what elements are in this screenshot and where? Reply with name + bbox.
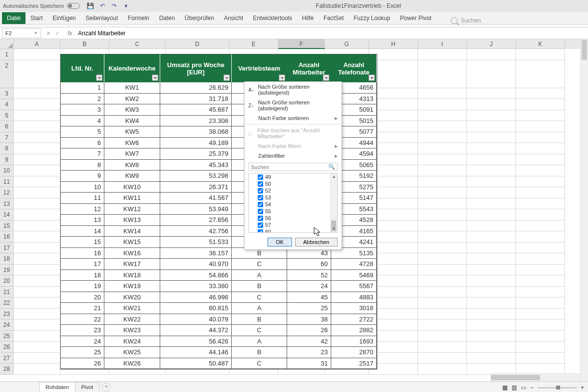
tab-hilfe[interactable]: Hilfe xyxy=(297,12,318,24)
table-cell[interactable]: KW16 xyxy=(104,248,160,259)
cell[interactable] xyxy=(418,275,467,287)
cell[interactable] xyxy=(467,220,516,232)
col-header-J[interactable]: J xyxy=(467,39,516,49)
filter-value-checkbox[interactable] xyxy=(258,222,263,228)
accept-formula-icon[interactable]: ✓ xyxy=(55,30,60,37)
scroll-down-icon[interactable]: ▼ xyxy=(331,225,337,232)
formula-input[interactable] xyxy=(75,30,588,37)
table-cell[interactable]: 44.146 xyxy=(160,347,232,358)
cell[interactable] xyxy=(14,88,60,99)
horizontal-scrollbar[interactable] xyxy=(490,373,580,381)
tab-fuzzy[interactable]: Fuzzy Lookup xyxy=(349,12,395,24)
table-header[interactable]: Anzahl Telefonate xyxy=(331,54,377,82)
cell[interactable] xyxy=(467,88,516,99)
cell[interactable] xyxy=(516,176,565,188)
table-cell[interactable]: 31.718 xyxy=(160,94,232,105)
cell[interactable] xyxy=(418,110,467,122)
col-header-F[interactable]: F xyxy=(278,39,325,49)
table-cell[interactable]: 38.068 xyxy=(160,126,232,138)
table-cell[interactable]: 54.866 xyxy=(160,270,232,281)
filter-button[interactable] xyxy=(223,74,230,81)
view-break-icon[interactable]: ▭ xyxy=(521,384,526,391)
table-cell[interactable]: KW20 xyxy=(104,292,160,303)
table-header[interactable]: Kalenderwoche xyxy=(104,54,160,82)
table-cell[interactable]: KW3 xyxy=(104,104,160,116)
table-cell[interactable]: 44.372 xyxy=(160,325,232,336)
table-cell[interactable]: 27.656 xyxy=(160,215,232,226)
row-header-19[interactable]: 19 xyxy=(0,265,14,276)
table-cell[interactable]: 4883 xyxy=(331,292,377,303)
filter-value-checkbox[interactable] xyxy=(258,202,263,207)
table-cell[interactable]: 51.533 xyxy=(160,237,232,248)
filter-value-checkbox[interactable] xyxy=(258,209,263,214)
table-cell[interactable]: 46.996 xyxy=(160,292,232,303)
cell[interactable] xyxy=(516,220,565,232)
cell[interactable] xyxy=(418,243,467,254)
row-header-17[interactable]: 17 xyxy=(0,243,14,254)
filter-button[interactable] xyxy=(323,74,329,81)
col-header-B[interactable]: B xyxy=(60,39,109,49)
cell[interactable] xyxy=(516,319,565,331)
cell[interactable] xyxy=(516,265,565,276)
cell[interactable] xyxy=(467,198,516,210)
row-header-7[interactable]: 7 xyxy=(0,132,14,144)
row-header-14[interactable]: 14 xyxy=(0,209,14,220)
table-cell[interactable]: KW19 xyxy=(104,281,160,292)
cell[interactable] xyxy=(14,198,60,210)
table-cell[interactable]: KW22 xyxy=(104,314,160,325)
table-cell[interactable]: 33.380 xyxy=(160,281,232,292)
table-cell[interactable]: KW7 xyxy=(104,148,160,160)
row-header-20[interactable]: 20 xyxy=(0,275,14,287)
table-cell[interactable]: 56.426 xyxy=(160,336,232,347)
cell[interactable] xyxy=(14,49,60,60)
cell[interactable] xyxy=(14,243,60,254)
table-cell[interactable]: 18 xyxy=(61,270,104,281)
cell[interactable] xyxy=(467,60,516,88)
cell[interactable] xyxy=(418,331,467,342)
cell[interactable] xyxy=(467,176,516,188)
table-cell[interactable]: 50.487 xyxy=(160,358,232,369)
cell[interactable] xyxy=(14,331,60,342)
cell[interactable] xyxy=(418,198,467,210)
cell[interactable] xyxy=(14,121,60,132)
cell[interactable] xyxy=(516,231,565,243)
table-cell[interactable]: KW21 xyxy=(104,303,160,314)
table-cell[interactable]: 17 xyxy=(61,259,104,270)
table-cell[interactable]: KW14 xyxy=(104,226,160,237)
row-header-12[interactable]: 12 xyxy=(0,187,14,198)
table-cell[interactable]: B xyxy=(232,314,287,325)
table-cell[interactable]: 45 xyxy=(287,292,331,303)
table-cell[interactable]: 24 xyxy=(61,336,104,347)
cell[interactable] xyxy=(14,253,60,265)
table-cell[interactable]: 4 xyxy=(61,116,104,127)
customize-qat-icon[interactable]: ▾ xyxy=(122,2,130,10)
cell[interactable] xyxy=(418,220,467,232)
row-header-3[interactable]: 3 xyxy=(0,88,14,99)
cell[interactable] xyxy=(14,165,60,176)
table-cell[interactable]: 25 xyxy=(287,303,331,314)
cell[interactable] xyxy=(516,297,565,309)
cell[interactable] xyxy=(516,143,565,154)
cell[interactable] xyxy=(14,287,60,298)
table-cell[interactable]: 5469 xyxy=(331,270,377,281)
table-cell[interactable]: KW6 xyxy=(104,138,160,149)
cell[interactable] xyxy=(418,165,467,176)
row-header-11[interactable]: 11 xyxy=(0,176,14,188)
cell[interactable] xyxy=(467,253,516,265)
cell[interactable] xyxy=(14,60,60,88)
row-header-4[interactable]: 4 xyxy=(0,99,14,110)
table-cell[interactable]: B xyxy=(232,281,287,292)
table-cell[interactable]: 4728 xyxy=(331,259,377,270)
cell[interactable] xyxy=(14,364,60,375)
table-cell[interactable]: C xyxy=(232,358,287,369)
view-normal-icon[interactable]: ▦ xyxy=(502,384,508,391)
redo-icon[interactable]: ↷ xyxy=(110,2,118,10)
cell[interactable] xyxy=(516,110,565,122)
cell[interactable] xyxy=(516,165,565,176)
cell[interactable] xyxy=(467,353,516,364)
cell[interactable] xyxy=(467,187,516,198)
table-cell[interactable]: 45.687 xyxy=(160,104,232,116)
table-cell[interactable]: 26.371 xyxy=(160,182,232,193)
row-header-23[interactable]: 23 xyxy=(0,309,14,320)
cell[interactable] xyxy=(467,49,516,60)
